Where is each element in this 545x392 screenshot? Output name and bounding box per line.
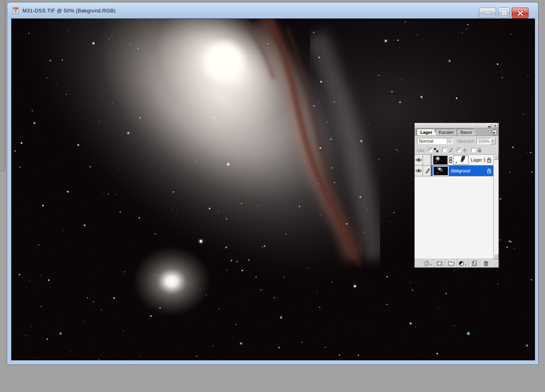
layer-name[interactable]: Lager 1	[471, 158, 486, 162]
palette-close-button[interactable]: x	[492, 123, 498, 128]
new-layer-icon	[472, 261, 477, 266]
new-layer-set-button[interactable]	[445, 259, 457, 267]
palette-resize-grip[interactable]	[493, 262, 498, 267]
visibility-toggle[interactable]	[415, 166, 423, 176]
palette-minimize-button[interactable]	[487, 123, 492, 128]
delete-layer-button[interactable]	[480, 259, 492, 267]
palette-menu-button[interactable]: ▶	[492, 129, 497, 135]
visibility-toggle[interactable]	[415, 155, 423, 165]
opacity-label: Opacitet:	[457, 139, 475, 143]
layer-style-button[interactable]: ƒ▼	[422, 259, 434, 267]
mask-icon	[437, 261, 442, 266]
minimize-button[interactable]	[479, 8, 496, 18]
layer-locked-icon	[487, 158, 491, 163]
palette-bottom-bar: ƒ▼ ▼	[415, 259, 498, 267]
chevron-down-icon: ▼	[447, 139, 452, 143]
folder-icon	[448, 261, 454, 266]
palette-titlebar[interactable]: x	[415, 123, 498, 128]
lock-icon	[477, 148, 482, 153]
layer-name[interactable]: Bakgrund	[451, 168, 470, 173]
maximize-icon	[502, 10, 507, 15]
blend-mode-select[interactable]: Normal ▼	[417, 138, 453, 144]
layer-thumbnail[interactable]	[433, 156, 448, 165]
eye-icon	[415, 169, 422, 173]
lock-all-checkbox[interactable]: ✓	[471, 148, 476, 152]
maximize-button[interactable]	[498, 8, 510, 18]
chevron-down-icon: ▼	[464, 264, 467, 266]
add-layer-mask-button[interactable]	[434, 259, 445, 267]
move-icon	[462, 148, 468, 153]
trash-icon	[484, 261, 488, 266]
lock-transparency-checkbox[interactable]: ✓	[428, 148, 432, 152]
window-titlebar[interactable]: M31-DSS.TIF @ 50% (Bakgrund,RGB)	[7, 2, 538, 18]
blend-mode-value: Normal	[419, 139, 433, 143]
scroll-down-icon[interactable]: ▼	[494, 254, 498, 259]
transparency-icon	[434, 148, 439, 153]
close-button[interactable]	[512, 8, 529, 18]
tab-kanaler[interactable]: Kanaler	[435, 129, 458, 135]
layers-palette: x Lager Kanaler Banor ▶ Normal ▼ Opacite…	[414, 123, 499, 268]
paintbrush-icon	[448, 148, 453, 153]
document-icon	[12, 7, 19, 14]
menu-arrow-icon: ▶	[493, 131, 495, 134]
new-adjustment-layer-button[interactable]: ▼	[457, 259, 468, 267]
new-layer-button[interactable]	[468, 259, 480, 267]
background-window-edge	[0, 0, 5, 171]
layer-row-lager-1[interactable]: Lager 1	[415, 155, 493, 166]
adjustment-layer-icon	[459, 261, 464, 266]
opacity-value: 100%	[478, 139, 489, 143]
link-column[interactable]	[423, 155, 432, 165]
close-icon	[517, 10, 524, 16]
palette-minimize-icon	[488, 126, 491, 127]
lock-label: Lås:	[417, 148, 425, 153]
opacity-slider-arrow-icon[interactable]: ▶	[490, 138, 496, 144]
chevron-down-icon: ▼	[430, 264, 432, 266]
paintbrush-icon	[425, 168, 430, 174]
lock-position-checkbox[interactable]: ✓	[457, 148, 461, 152]
scroll-up-icon[interactable]: ▲	[494, 155, 498, 160]
layer-list: Lager 1	[415, 154, 498, 259]
opacity-field[interactable]: 100%	[476, 138, 490, 144]
layer-row-bakgrund[interactable]: Bakgrund	[415, 166, 493, 176]
active-paint-column[interactable]	[423, 166, 432, 176]
lock-paint-checkbox[interactable]: ✓	[442, 148, 447, 152]
palette-controls: Normal ▼ Opacitet: 100% ▶ Lås: ✓ ✓	[415, 136, 498, 154]
tab-banor[interactable]: Banor	[457, 129, 476, 135]
window-controls	[479, 8, 529, 18]
mask-link-icon[interactable]	[449, 157, 452, 164]
tab-lager[interactable]: Lager	[417, 129, 437, 135]
check-icon: ✓	[428, 147, 432, 152]
layer-locked-icon	[487, 168, 491, 174]
palette-tab-bar: Lager Kanaler Banor ▶	[415, 128, 498, 136]
check-icon: ✓	[457, 147, 461, 152]
window-title: M31-DSS.TIF @ 50% (Bakgrund,RGB)	[22, 8, 115, 14]
layer-thumbnail[interactable]	[433, 166, 449, 176]
layer-mask-thumbnail[interactable]	[453, 156, 468, 165]
eye-icon	[415, 158, 422, 162]
fx-icon: ƒ	[424, 261, 429, 266]
minimize-icon	[484, 12, 490, 14]
layer-list-scrollbar[interactable]: ▲ ▼	[493, 155, 498, 259]
